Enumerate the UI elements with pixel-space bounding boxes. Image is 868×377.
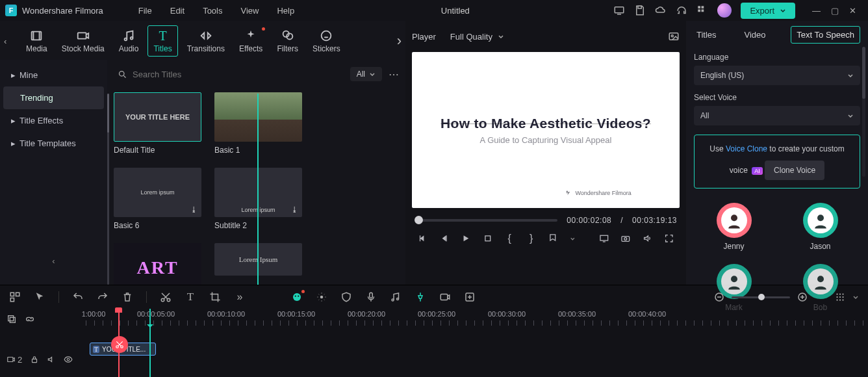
sidebar-collapse-icon[interactable]: ‹	[3, 252, 104, 270]
window-maximize-icon[interactable]: ▢	[831, 6, 839, 16]
chevron-down-icon[interactable]	[570, 235, 576, 242]
tabs-forward-icon[interactable]: ›	[397, 32, 402, 49]
more-tools-icon[interactable]: »	[234, 291, 246, 303]
menu-edit[interactable]: Edit	[161, 6, 194, 16]
cloud-icon[interactable]	[655, 5, 667, 16]
mark-in-icon[interactable]: {	[504, 233, 515, 244]
quality-dropdown[interactable]: Full Quality	[444, 29, 511, 44]
tab-transitions[interactable]: Transitions	[182, 26, 230, 56]
voice-clone-link[interactable]: Voice Clone	[726, 144, 767, 153]
camera-snap-icon[interactable]	[620, 233, 631, 244]
menu-tools[interactable]: Tools	[194, 6, 231, 16]
tab-stock-media[interactable]: Stock Media	[57, 26, 110, 56]
ai-tool-icon[interactable]	[291, 291, 303, 303]
volume-icon[interactable]	[643, 233, 653, 244]
undo-icon[interactable]	[72, 291, 84, 303]
search-input[interactable]	[133, 70, 340, 79]
apps-icon[interactable]	[696, 5, 708, 16]
display-icon[interactable]	[599, 233, 609, 244]
zoom-out-icon[interactable]	[713, 291, 725, 303]
preview-canvas[interactable]: How to Make Aesthetic Videos? A Guide to…	[412, 52, 680, 208]
shield-icon[interactable]	[340, 291, 352, 303]
step-back-icon[interactable]	[439, 233, 450, 244]
lock-icon[interactable]	[30, 355, 39, 364]
rtab-titles[interactable]: Titles	[694, 26, 719, 44]
visibility-icon[interactable]	[64, 355, 73, 364]
voice-mark[interactable]: Mark	[717, 264, 752, 312]
tab-filters[interactable]: Filters	[272, 26, 303, 56]
video-track-icon[interactable]: 2	[6, 355, 22, 365]
marker-dropdown-icon[interactable]	[548, 233, 558, 244]
progress-bar[interactable]	[415, 219, 557, 222]
export-button[interactable]: Export	[741, 3, 795, 19]
save-icon[interactable]	[634, 5, 646, 16]
window-minimize-icon[interactable]: —	[812, 6, 821, 16]
zoom-slider[interactable]	[732, 296, 790, 298]
cut-icon[interactable]	[160, 291, 172, 303]
stop-icon[interactable]	[483, 233, 493, 244]
tab-effects[interactable]: Effects	[234, 26, 268, 56]
search-box[interactable]	[114, 70, 344, 79]
redo-icon[interactable]	[97, 291, 108, 303]
tabs-back-icon[interactable]: ‹	[4, 36, 14, 46]
window-close-icon[interactable]: ✕	[849, 6, 856, 16]
crop-icon[interactable]	[209, 291, 221, 303]
right-scrollbar[interactable]	[862, 47, 865, 177]
voice-jason[interactable]: Jason	[803, 203, 838, 251]
title-card-lorem[interactable]: Lorem Ipsum	[214, 243, 302, 285]
tab-audio[interactable]: Audio	[114, 26, 144, 56]
copy-icon[interactable]	[6, 314, 17, 324]
title-card-default[interactable]: YOUR TITLE HERE Default Title	[114, 92, 201, 155]
title-card-subtitle-2[interactable]: Lorem ipsum ⭳ Subtitle 2	[214, 168, 302, 230]
voice-dropdown[interactable]: All	[694, 106, 860, 125]
record-icon[interactable]	[439, 291, 451, 303]
menu-view[interactable]: View	[231, 6, 268, 16]
title-card-art[interactable]: ART	[114, 243, 201, 285]
title-card-basic-1[interactable]: Basic 1	[214, 92, 302, 155]
pin-icon[interactable]	[415, 291, 426, 303]
menu-help[interactable]: Help	[268, 6, 303, 16]
tab-stickers[interactable]: Stickers	[307, 26, 346, 56]
voice-jenny[interactable]: Jenny	[717, 203, 752, 251]
timeline-area[interactable]: 1:00:00 00:00:05:00 00:00:10:00 00:00:15…	[86, 309, 868, 377]
sidebar-item-mine[interactable]: ▸ Mine	[3, 64, 104, 86]
language-dropdown[interactable]: English (US)	[694, 66, 860, 85]
zoom-in-icon[interactable]	[797, 291, 808, 303]
filter-dropdown[interactable]: All	[350, 67, 382, 81]
prev-frame-icon[interactable]	[417, 233, 428, 244]
add-marker-icon[interactable]	[464, 291, 476, 303]
title-card-basic-6[interactable]: Lorem ipsum ⭳ Basic 6	[114, 168, 201, 230]
voice-bob[interactable]: Bob	[803, 264, 838, 312]
headset-icon[interactable]	[676, 5, 687, 16]
snapshot-icon[interactable]	[668, 31, 680, 42]
mic-icon[interactable]	[365, 291, 377, 303]
arrange-icon[interactable]	[9, 291, 21, 303]
enhance-icon[interactable]	[316, 291, 327, 303]
fullscreen-icon[interactable]	[664, 233, 674, 244]
clone-voice-button[interactable]: Clone Voice	[765, 161, 824, 181]
tab-media[interactable]: Media	[21, 26, 53, 56]
grid-view-icon[interactable]	[834, 291, 846, 303]
download-icon[interactable]: ⭳	[190, 205, 198, 213]
play-icon[interactable]	[461, 233, 471, 244]
timeline-ruler[interactable]: 1:00:00 00:00:05:00 00:00:10:00 00:00:15…	[86, 309, 868, 327]
cursor-icon[interactable]	[34, 291, 45, 303]
rtab-video[interactable]: Video	[741, 26, 768, 44]
mark-out-icon[interactable]: }	[526, 233, 537, 244]
user-avatar[interactable]	[717, 3, 732, 18]
download-icon[interactable]: ⭳	[291, 205, 298, 213]
device-icon[interactable]	[613, 5, 625, 16]
tab-titles[interactable]: T Titles	[147, 25, 177, 57]
cut-marker-icon[interactable]	[111, 336, 128, 353]
gallery-scrollbar[interactable]	[107, 94, 109, 285]
menu-file[interactable]: File	[129, 6, 161, 16]
sidebar-item-trending[interactable]: Trending	[3, 86, 104, 109]
audio-sync-icon[interactable]	[390, 291, 402, 303]
sidebar-item-title-effects[interactable]: ▸ Title Effects	[3, 109, 104, 132]
link-icon[interactable]	[25, 314, 35, 324]
sidebar-item-title-templates[interactable]: ▸ Title Templates	[3, 132, 104, 155]
text-tool-icon[interactable]: T	[185, 291, 196, 303]
mute-icon[interactable]	[47, 355, 56, 364]
more-icon[interactable]: ⋯	[389, 68, 399, 81]
delete-icon[interactable]	[121, 291, 133, 303]
